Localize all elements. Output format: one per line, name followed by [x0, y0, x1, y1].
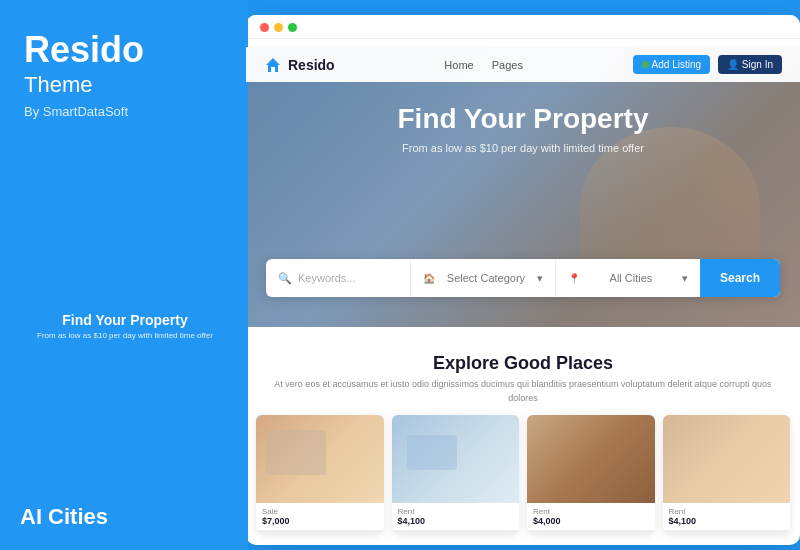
property-price-3: $4,000 — [533, 516, 649, 526]
property-card-image-4 — [663, 415, 791, 503]
brand-title: Resido — [24, 30, 224, 70]
user-icon: 👤 — [727, 59, 739, 70]
desktop-dot-yellow — [274, 23, 283, 32]
desktop-nav-links: Home Pages — [444, 59, 523, 71]
search-icon: 🔍 — [278, 272, 292, 285]
property-price-1: $7,000 — [262, 516, 378, 526]
property-price-2: $4,100 — [398, 516, 514, 526]
chevron-down-category: ▾ — [537, 272, 543, 285]
hero-search-bar: 🔍 Keywords... 🏠 Select Category ▾ 📍 All … — [266, 259, 780, 297]
property-card-image-1 — [256, 415, 384, 503]
desktop-logo: Resido — [264, 56, 335, 74]
desktop-city-label: All Cities — [610, 272, 653, 284]
resido-desktop-logo-icon — [264, 56, 282, 74]
property-card-image-3 — [527, 415, 655, 503]
explore-section: Explore Good Places At vero eos et accus… — [246, 337, 800, 415]
desktop-nav-actions: Add Listing 👤 Sign In — [633, 55, 782, 74]
property-card-info-1: Sale $7,000 — [256, 503, 384, 530]
brand-subtitle: Theme — [24, 72, 224, 98]
explore-title: Explore Good Places — [264, 353, 782, 374]
hero-subtitle: From as low as $10 per day with limited … — [266, 142, 780, 154]
property-card-2[interactable]: Rent $4,100 — [392, 415, 520, 533]
nav-link-home[interactable]: Home — [444, 59, 473, 71]
add-listing-button[interactable]: Add Listing — [633, 55, 710, 74]
property-card-info-4: Rent $4,100 — [663, 503, 791, 530]
property-card-4[interactable]: Rent $4,100 — [663, 415, 791, 533]
property-card-1[interactable]: Sale $7,000 — [256, 415, 384, 533]
mobile-hero-content: Find Your Property From as low as $10 pe… — [37, 312, 213, 341]
property-type-2: Rent — [398, 507, 514, 516]
mobile-hero-sub: From as low as $10 per day with limited … — [37, 331, 213, 340]
sign-in-label: Sign In — [742, 59, 773, 70]
add-listing-label: Add Listing — [652, 59, 701, 70]
desktop-top-bar — [246, 15, 800, 39]
nav-link-pages[interactable]: Pages — [492, 59, 523, 71]
hero-title: Find Your Property — [266, 102, 780, 136]
desktop-search-button[interactable]: Search — [700, 259, 780, 297]
sign-in-button[interactable]: 👤 Sign In — [718, 55, 782, 74]
desktop-category-icon: 🏠 — [423, 273, 435, 284]
property-type-1: Sale — [262, 507, 378, 516]
ai-cities-label: AI Cities — [20, 504, 108, 530]
brand-by: By SmartDataSoft — [24, 104, 224, 119]
desktop-nav: Resido Home Pages Add Listing 👤 Sign In — [246, 47, 800, 82]
svg-rect-3 — [271, 67, 275, 72]
desktop-keyword-field[interactable]: 🔍 Keywords... — [266, 259, 411, 297]
property-type-4: Rent — [669, 507, 785, 516]
desktop-mockup: Resido Home Pages Add Listing 👤 Sign In … — [246, 15, 800, 545]
property-cards: Sale $7,000 Rent $4,100 Rent $4,000 Rent… — [256, 415, 790, 533]
mobile-hero-title: Find Your Property — [37, 312, 213, 329]
desktop-dot-red — [260, 23, 269, 32]
green-dot-icon — [642, 61, 649, 68]
desktop-keyword-placeholder: Keywords... — [298, 272, 355, 284]
hero-content: Find Your Property From as low as $10 pe… — [246, 102, 800, 154]
desktop-category-field[interactable]: 🏠 Select Category ▾ — [411, 259, 556, 297]
desktop-city-field[interactable]: 📍 All Cities ▾ — [556, 259, 700, 297]
chevron-down-city: ▾ — [682, 272, 688, 285]
property-card-info-3: Rent $4,000 — [527, 503, 655, 530]
location-icon: 📍 — [568, 273, 580, 284]
desktop-dot-green — [288, 23, 297, 32]
property-card-info-2: Rent $4,100 — [392, 503, 520, 530]
property-card-image-2 — [392, 415, 520, 503]
desktop-hero: Find Your Property From as low as $10 pe… — [246, 47, 800, 327]
desktop-category-label: Select Category — [447, 272, 525, 284]
property-card-3[interactable]: Rent $4,000 — [527, 415, 655, 533]
desktop-logo-text: Resido — [288, 57, 335, 73]
explore-subtitle: At vero eos et accusamus et iusto odio d… — [264, 378, 782, 405]
property-price-4: $4,100 — [669, 516, 785, 526]
left-panel: Resido Theme By SmartDataSoft AI Cities — [0, 0, 248, 550]
property-type-3: Rent — [533, 507, 649, 516]
